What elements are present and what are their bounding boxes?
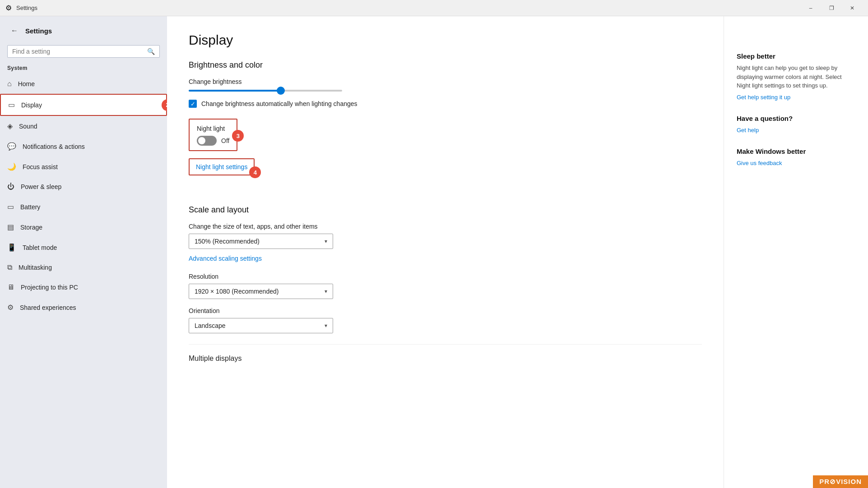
sidebar-label-tablet: Tablet mode xyxy=(23,244,57,251)
toggle-row: Off xyxy=(197,136,229,146)
rp-section-feedback: Make Windows better Give us feedback xyxy=(737,147,855,167)
focus-icon: 🌙 xyxy=(7,162,16,171)
titlebar-title: Settings xyxy=(16,5,37,11)
sidebar-label-display: Display xyxy=(21,101,42,109)
home-icon: ⌂ xyxy=(7,80,12,88)
resolution-selected: 1920 × 1080 (Recommended) xyxy=(195,288,279,295)
display-icon: ▭ xyxy=(8,101,15,109)
night-light-settings-box: Night light settings xyxy=(189,158,255,175)
sidebar-item-wrapper-multitasking: ⧉ Multitasking xyxy=(0,258,167,277)
auto-brightness-row: ✓ Change brightness automatically when l… xyxy=(189,100,702,108)
orientation-dropdown-arrow: ▾ xyxy=(325,322,327,329)
rp-link-feedback[interactable]: Give us feedback xyxy=(737,160,782,166)
multitasking-icon: ⧉ xyxy=(7,263,12,272)
toggle-knob xyxy=(198,137,205,144)
power-icon: ⏻ xyxy=(7,183,14,191)
sidebar-item-wrapper-display: ▭ Display 2 xyxy=(0,94,167,116)
titlebar-controls: – ❐ ✕ xyxy=(800,0,863,16)
orientation-dropdown[interactable]: Landscape ▾ xyxy=(189,318,333,333)
resolution-label: Resolution xyxy=(189,273,702,280)
auto-brightness-checkbox[interactable]: ✓ xyxy=(189,100,197,108)
sidebar-label-multitasking: Multitasking xyxy=(19,264,52,271)
brightness-slider-container[interactable] xyxy=(189,90,342,92)
sound-icon: ◈ xyxy=(7,122,13,130)
shared-icon: ⚙ xyxy=(7,303,14,312)
titlebar-left: ⚙ Settings xyxy=(5,4,37,12)
sidebar-item-notifications[interactable]: 💬 Notifications & actions xyxy=(0,136,167,157)
rp-title-question: Have a question? xyxy=(737,115,855,122)
rp-title-feedback: Make Windows better xyxy=(737,147,855,155)
scale-desc: Change the size of text, apps, and other… xyxy=(189,223,702,230)
slider-track-bg xyxy=(189,90,342,92)
sidebar-label-sound: Sound xyxy=(19,123,37,130)
close-button[interactable]: ✕ xyxy=(842,0,863,16)
back-button[interactable]: ← xyxy=(7,23,22,38)
sidebar-item-sound[interactable]: ◈ Sound xyxy=(0,116,167,136)
main-content: Display Brightness and color Change brig… xyxy=(167,16,724,488)
sidebar-label-home: Home xyxy=(18,80,35,87)
search-input[interactable] xyxy=(12,48,147,55)
app-body: ← Settings 🔍 System ⌂ Home ▭ Display 2 xyxy=(0,16,868,488)
settings-icon: ⚙ xyxy=(5,4,12,12)
scale-dropdown-arrow: ▾ xyxy=(325,238,327,244)
sidebar-label-power: Power & sleep xyxy=(21,183,61,190)
scale-title: Scale and layout xyxy=(189,205,702,215)
brightness-label: Change brightness xyxy=(189,78,702,85)
night-light-box: Night light Off xyxy=(189,119,237,151)
night-light-wrapper: Night light Off 3 xyxy=(189,119,237,153)
sidebar-item-wrapper-power: ⏻ Power & sleep xyxy=(0,177,167,197)
sidebar: ← Settings 🔍 System ⌂ Home ▭ Display 2 xyxy=(0,16,167,488)
sidebar-item-wrapper-battery: ▭ Battery xyxy=(0,197,167,217)
battery-icon: ▭ xyxy=(7,203,14,211)
brightness-section-title: Brightness and color xyxy=(189,60,702,70)
sidebar-label-projecting: Projecting to this PC xyxy=(21,284,78,291)
orientation-selected: Landscape xyxy=(195,322,226,329)
sidebar-item-battery[interactable]: ▭ Battery xyxy=(0,197,167,217)
sidebar-item-power[interactable]: ⏻ Power & sleep xyxy=(0,177,167,197)
scale-dropdown[interactable]: 150% (Recommended) ▾ xyxy=(189,234,333,249)
rp-link-sleep[interactable]: Get help setting it up xyxy=(737,94,790,101)
sidebar-item-tablet[interactable]: 📱 Tablet mode xyxy=(0,237,167,258)
sidebar-label-focus: Focus assist xyxy=(23,163,58,170)
sidebar-item-focus[interactable]: 🌙 Focus assist xyxy=(0,157,167,177)
sidebar-item-wrapper-home: ⌂ Home xyxy=(0,74,167,94)
slider-thumb[interactable] xyxy=(277,87,285,95)
sidebar-item-multitasking[interactable]: ⧉ Multitasking xyxy=(0,258,167,277)
sidebar-label-battery: Battery xyxy=(20,203,40,211)
sidebar-item-projecting[interactable]: 🖥 Projecting to this PC xyxy=(0,277,167,297)
multiple-displays-label: Multiple displays xyxy=(189,354,702,363)
sidebar-item-storage[interactable]: ▤ Storage xyxy=(0,217,167,237)
step-badge-4: 4 xyxy=(249,166,261,178)
auto-brightness-label: Change brightness automatically when lig… xyxy=(201,100,357,107)
scale-selected: 150% (Recommended) xyxy=(195,238,260,245)
sidebar-item-wrapper-shared: ⚙ Shared experiences xyxy=(0,297,167,318)
notifications-icon: 💬 xyxy=(7,142,16,151)
search-box[interactable]: 🔍 xyxy=(7,45,160,58)
rp-section-question: Have a question? Get help xyxy=(737,115,855,134)
page-title: Display xyxy=(189,32,702,48)
sidebar-item-home[interactable]: ⌂ Home xyxy=(0,74,167,94)
sidebar-item-wrapper-tablet: 📱 Tablet mode xyxy=(0,237,167,258)
projecting-icon: 🖥 xyxy=(7,283,14,291)
multiple-displays-section: Multiple displays xyxy=(189,344,702,363)
advanced-scaling-link[interactable]: Advanced scaling settings xyxy=(189,255,262,262)
sidebar-item-shared[interactable]: ⚙ Shared experiences xyxy=(0,297,167,318)
night-light-status: Off xyxy=(221,137,229,144)
sidebar-label-storage: Storage xyxy=(20,224,42,231)
sidebar-item-display[interactable]: ▭ Display xyxy=(0,94,167,116)
restore-button[interactable]: ❐ xyxy=(821,0,842,16)
night-light-title: Night light xyxy=(197,125,229,132)
resolution-dropdown[interactable]: 1920 × 1080 (Recommended) ▾ xyxy=(189,284,333,299)
resolution-section: Resolution 1920 × 1080 (Recommended) ▾ xyxy=(189,273,702,299)
sidebar-item-wrapper-focus: 🌙 Focus assist xyxy=(0,157,167,177)
sidebar-label-shared: Shared experiences xyxy=(20,304,76,311)
sidebar-nav-top: ← Settings xyxy=(0,16,167,41)
rp-link-gethelp[interactable]: Get help xyxy=(737,127,759,134)
tablet-icon: 📱 xyxy=(7,243,16,252)
night-light-settings-link[interactable]: Night light settings xyxy=(196,163,247,170)
minimize-button[interactable]: – xyxy=(800,0,821,16)
night-light-toggle[interactable] xyxy=(197,136,217,146)
sidebar-item-wrapper-projecting: 🖥 Projecting to this PC xyxy=(0,277,167,297)
step-badge-3: 3 xyxy=(232,130,244,142)
sidebar-section-label: System xyxy=(0,63,167,74)
